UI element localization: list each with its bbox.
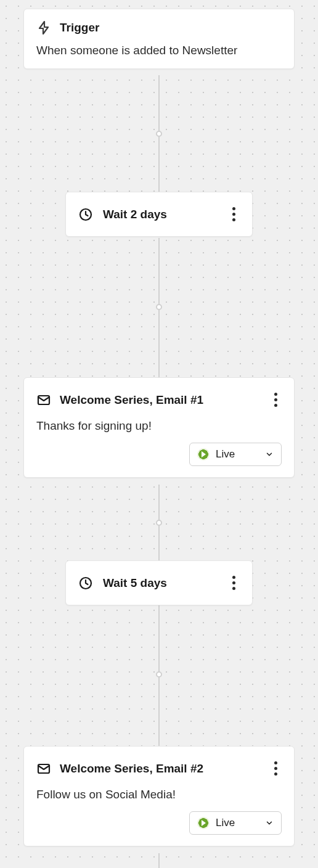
wait-label: Wait 5 days [103,576,218,590]
lightning-icon [36,20,51,35]
email-card[interactable]: Welcome Series, Email #1 Thanks for sign… [23,377,295,478]
more-menu-button[interactable] [227,572,240,594]
email-title: Welcome Series, Email #2 [60,762,261,776]
wait-card[interactable]: Wait 5 days [65,560,253,605]
status-label: Live [216,448,259,461]
clock-icon [78,576,93,591]
email-description: Thanks for signing up! [36,419,282,433]
email-title: Welcome Series, Email #1 [60,393,261,407]
more-menu-button[interactable] [269,758,282,779]
mail-icon [36,761,51,776]
wait-label: Wait 2 days [103,208,218,221]
more-menu-button[interactable] [227,203,240,225]
connector-dot [156,671,162,678]
trigger-card[interactable]: Trigger When someone is added to Newslet… [23,9,295,69]
wait-card[interactable]: Wait 2 days [65,192,253,237]
connector-dot [156,304,162,310]
email-card[interactable]: Welcome Series, Email #2 Follow us on So… [23,746,295,846]
chevron-down-icon [265,450,274,459]
more-menu-button[interactable] [269,389,282,411]
status-selector[interactable]: Live [189,443,282,466]
connector-dot [156,131,162,137]
play-icon [197,448,210,461]
connector-line [158,853,160,868]
trigger-title: Trigger [60,21,282,35]
mail-icon [36,393,51,407]
connector-dot [156,520,162,526]
play-icon [197,817,210,829]
email-description: Follow us on Social Media! [36,788,282,801]
trigger-description: When someone is added to Newsletter [36,44,282,57]
status-label: Live [216,817,259,829]
clock-icon [78,207,93,222]
chevron-down-icon [265,819,274,827]
status-selector[interactable]: Live [189,811,282,835]
